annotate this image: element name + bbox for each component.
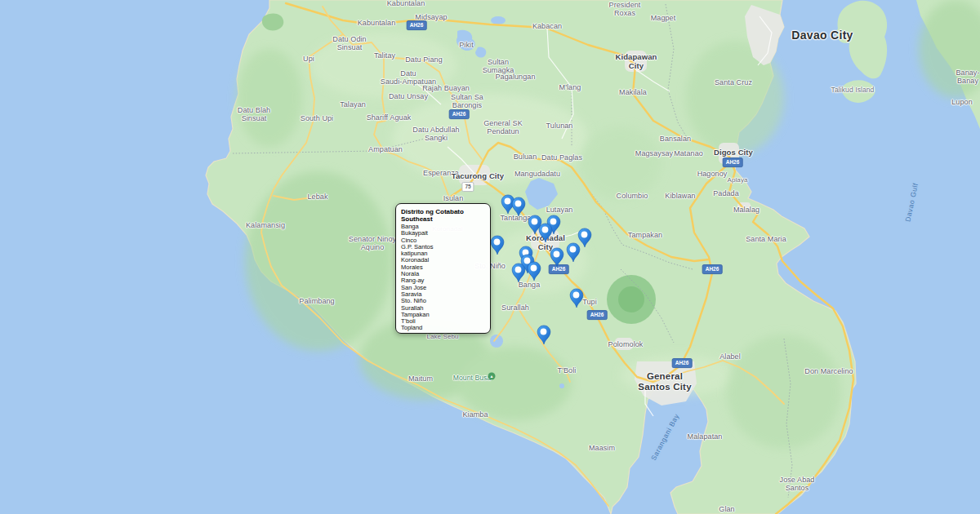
tree-icon: ▲ <box>488 373 496 380</box>
map-canvas[interactable]: KabuntalanKabuntalanMidsayapKabacanPresi… <box>0 0 980 514</box>
route-badge-ah26: AH26 <box>587 310 608 320</box>
map-pin-8[interactable] <box>550 247 564 268</box>
map-pin-15[interactable] <box>537 325 551 346</box>
route-badge-75: 75 <box>461 182 474 192</box>
panel-place-item: Topland <box>401 325 485 331</box>
panel-title: Distrito ng Cotabato Southeast <box>401 208 485 223</box>
map-pin-9[interactable] <box>490 235 505 256</box>
map-pin-14[interactable] <box>569 288 584 309</box>
map-pin-2[interactable] <box>511 197 526 218</box>
panel-place-item: Tupi <box>401 332 485 334</box>
map-pin-5[interactable] <box>538 223 553 244</box>
route-badge-ah26: AH26 <box>449 109 470 119</box>
map-pin-12[interactable] <box>511 263 526 284</box>
route-badge-ah26: AH26 <box>723 157 743 167</box>
route-badge-ah26: AH26 <box>672 358 693 368</box>
forest-patch <box>262 14 283 31</box>
district-info-panel: Distrito ng Cotabato Southeast BangaBuka… <box>395 203 491 334</box>
map-pin-7[interactable] <box>566 242 581 264</box>
route-badge-ah26: AH26 <box>407 20 427 30</box>
map-pin-13[interactable] <box>527 261 541 282</box>
lake-sebu-water <box>490 335 503 348</box>
route-badge-ah26: AH26 <box>702 264 723 274</box>
panel-place-list: BangaBukaypaitCincoG.P. SantoskatipunanK… <box>401 224 485 334</box>
